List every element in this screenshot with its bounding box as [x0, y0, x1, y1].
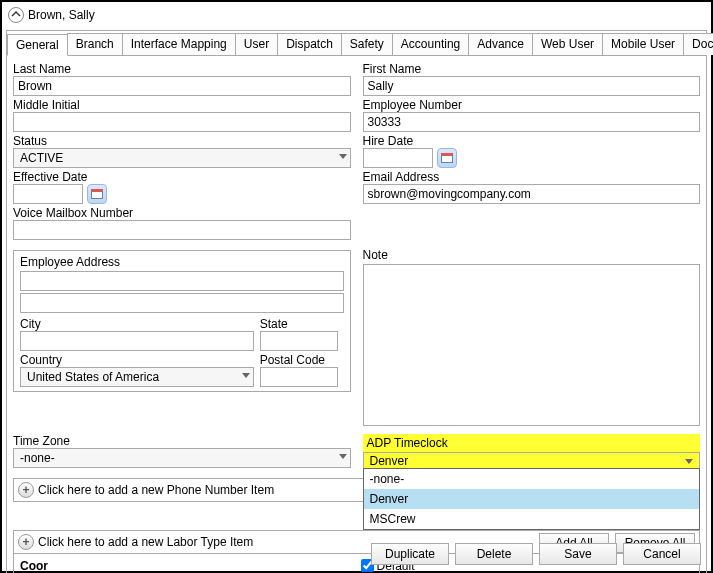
address-line1-input[interactable] [20, 271, 344, 291]
email-input[interactable] [363, 184, 701, 204]
tab-documents[interactable]: Documents [683, 33, 713, 55]
last-name-input[interactable] [13, 76, 351, 96]
voice-mailbox-label: Voice Mailbox Number [13, 206, 351, 220]
plus-icon: + [22, 536, 29, 548]
effective-date-picker-button[interactable] [87, 184, 107, 204]
tab-mobile-user[interactable]: Mobile User [602, 33, 684, 55]
calendar-icon [441, 153, 453, 163]
collapse-toggle[interactable] [8, 7, 24, 23]
hire-date-picker-button[interactable] [437, 148, 457, 168]
country-label: Country [20, 353, 254, 367]
effective-date-input[interactable] [13, 184, 83, 204]
employee-address-group: Employee Address City State [13, 250, 351, 392]
middle-initial-label: Middle Initial [13, 98, 351, 112]
chevron-down-icon [685, 459, 693, 464]
first-name-input[interactable] [363, 76, 701, 96]
add-phone-label: Click here to add a new Phone Number Ite… [38, 483, 274, 497]
adp-option-mscrew[interactable]: MSCrew [364, 509, 700, 529]
employee-address-label: Employee Address [20, 255, 120, 269]
save-button[interactable]: Save [539, 543, 617, 565]
adp-timeclock-label: ADP Timeclock [363, 434, 701, 452]
tab-strip: General Branch Interface Mapping User Di… [7, 31, 706, 56]
adp-timeclock-dropdown[interactable]: -none- Denver MSCrew [363, 468, 701, 530]
tab-web-user[interactable]: Web User [532, 33, 603, 55]
employee-number-input[interactable] [363, 112, 701, 132]
adp-option-none[interactable]: -none- [364, 469, 700, 489]
state-input[interactable] [260, 331, 338, 351]
adp-timeclock-value: Denver [370, 454, 409, 468]
country-select[interactable] [20, 367, 254, 387]
note-label: Note [363, 248, 701, 262]
email-label: Email Address [363, 170, 701, 184]
footer-buttons: Duplicate Delete Save Cancel [365, 543, 701, 565]
hire-date-label: Hire Date [363, 134, 701, 148]
postal-code-label: Postal Code [260, 353, 338, 367]
effective-date-label: Effective Date [13, 170, 351, 184]
city-label: City [20, 317, 254, 331]
duplicate-button[interactable]: Duplicate [371, 543, 449, 565]
voice-mailbox-input[interactable] [13, 220, 351, 240]
postal-code-input[interactable] [260, 367, 338, 387]
city-input[interactable] [20, 331, 254, 351]
window-title: Brown, Sally [28, 8, 95, 22]
add-phone-button[interactable]: + [18, 482, 34, 498]
status-label: Status [13, 134, 351, 148]
tab-safety[interactable]: Safety [341, 33, 393, 55]
address-line2-input[interactable] [20, 293, 344, 313]
tab-dispatch[interactable]: Dispatch [277, 33, 342, 55]
tab-interface-mapping[interactable]: Interface Mapping [122, 33, 236, 55]
plus-icon: + [22, 484, 29, 496]
note-textarea[interactable] [363, 264, 701, 426]
calendar-icon [91, 189, 103, 199]
delete-button[interactable]: Delete [455, 543, 533, 565]
first-name-label: First Name [363, 62, 701, 76]
middle-initial-input[interactable] [13, 112, 351, 132]
cancel-button[interactable]: Cancel [623, 543, 701, 565]
coor-column-header: Coor [18, 559, 357, 573]
tab-user[interactable]: User [235, 33, 278, 55]
tab-accounting[interactable]: Accounting [392, 33, 469, 55]
tab-general[interactable]: General [7, 34, 68, 56]
tab-branch[interactable]: Branch [67, 33, 123, 55]
timezone-label: Time Zone [13, 434, 351, 448]
last-name-label: Last Name [13, 62, 351, 76]
hire-date-input[interactable] [363, 148, 433, 168]
employee-number-label: Employee Number [363, 98, 701, 112]
add-labor-label: Click here to add a new Labor Type Item [38, 535, 253, 549]
tab-advance[interactable]: Advance [468, 33, 533, 55]
status-select[interactable] [13, 148, 351, 168]
timezone-select[interactable] [13, 448, 351, 468]
state-label: State [260, 317, 338, 331]
add-labor-button[interactable]: + [18, 534, 34, 550]
adp-option-denver[interactable]: Denver [364, 489, 700, 509]
